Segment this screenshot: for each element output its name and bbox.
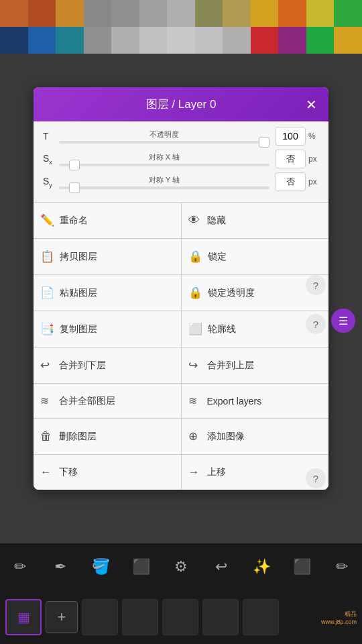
add-image-icon: ⊕ (188, 429, 202, 443)
opacity-slider-container: 不透明度 (59, 129, 269, 144)
move-up-button[interactable]: → 上移 (182, 455, 329, 490)
sym-y-value[interactable]: 否 (275, 172, 306, 191)
sym-x-value[interactable]: 否 (275, 150, 306, 168)
merge-down-icon: ↩ (40, 358, 54, 372)
duplicate-icon: 📑 (40, 322, 54, 336)
duplicate-layer-label: 复制图层 (60, 323, 97, 335)
rename-label: 重命名 (60, 215, 88, 227)
sym-y-row: Sy 对称 Y 轴 否 px (43, 172, 319, 191)
actions-grid: ✏️ 重命名 👁 隐藏 📋 拷贝图层 🔒 锁定 📄 粘贴图层 🔒 锁定 (34, 202, 328, 490)
move-down-button[interactable]: ← 下移 (34, 455, 181, 490)
lock-icon: 🔒 (188, 250, 202, 264)
layer-modal: 图层 / Layer 0 ✕ T 不透明度 100 % Sx (34, 87, 328, 490)
opacity-unit: % (308, 131, 319, 141)
copy-layer-label: 拷贝图层 (60, 251, 97, 263)
sym-y-track (59, 186, 269, 189)
sym-x-slider-container: 对称 X 轴 (59, 152, 269, 166)
opacity-track (59, 141, 269, 144)
opacity-value[interactable]: 100 (275, 127, 306, 146)
eye-icon: 👁 (188, 214, 202, 227)
outline-label: 轮廓线 (208, 323, 236, 335)
copy-layer-button[interactable]: 📋 拷贝图层 (34, 239, 181, 274)
merge-up-label: 合并到上层 (207, 360, 254, 372)
add-image-button[interactable]: ⊕ 添加图像 (182, 419, 329, 454)
sym-x-track (59, 164, 269, 166)
merge-all-button[interactable]: ≋ 合并全部图层 (34, 384, 181, 418)
opacity-slider[interactable] (59, 141, 269, 144)
lock-button[interactable]: 🔒 锁定 (182, 239, 329, 274)
trash-icon: 🗑 (40, 430, 54, 443)
rename-button[interactable]: ✏️ 重命名 (34, 203, 181, 238)
merge-up-button[interactable]: ↪ 合并到上层 (182, 347, 329, 383)
sym-x-slider[interactable] (59, 164, 269, 166)
merge-down-button[interactable]: ↩ 合并到下层 (34, 347, 181, 383)
export-icon: ≋ (188, 394, 202, 407)
add-image-help-button[interactable]: ? (306, 468, 326, 488)
copy-icon: 📋 (40, 250, 54, 264)
sliders-section: T 不透明度 100 % Sx 对称 X 轴 (34, 121, 328, 202)
merge-up-icon: ↪ (188, 358, 202, 372)
merge-all-icon: ≋ (40, 394, 54, 407)
paste-icon: 📄 (40, 286, 54, 300)
sym-y-label: Sy (43, 176, 59, 189)
lock-label: 锁定 (208, 251, 227, 263)
lock-help-button[interactable]: ? (306, 275, 326, 295)
close-button[interactable]: ✕ (302, 95, 320, 114)
hide-label: 隐藏 (207, 215, 226, 227)
merge-all-label: 合并全部图层 (59, 395, 115, 407)
lock-opacity-help-button[interactable]: ? (306, 314, 326, 334)
export-layers-label: Export layers (207, 396, 262, 407)
add-image-label: 添加图像 (207, 431, 245, 443)
lock-opacity-label: 锁定透明度 (208, 287, 255, 299)
hamburger-button[interactable]: ☰ (331, 309, 355, 333)
hide-button[interactable]: 👁 隐藏 (182, 203, 329, 238)
sym-y-unit: px (308, 177, 319, 186)
opacity-row: T 不透明度 100 % (43, 127, 319, 146)
sym-y-slider[interactable] (59, 186, 269, 189)
duplicate-layer-button[interactable]: 📑 复制图层 (34, 311, 181, 347)
menu-button-wrapper: ☰ (331, 309, 355, 333)
modal-header: 图层 / Layer 0 ✕ (34, 87, 328, 121)
sym-x-row: Sx 对称 X 轴 否 px (43, 150, 319, 168)
edit-icon: ✏️ (40, 213, 54, 227)
delete-layer-label: 删除图层 (59, 431, 97, 443)
delete-layer-button[interactable]: 🗑 删除图层 (34, 419, 181, 454)
outline-icon: ⬜ (188, 322, 202, 336)
paste-layer-button[interactable]: 📄 粘贴图层 (34, 275, 181, 311)
paste-layer-label: 粘贴图层 (60, 287, 97, 299)
modal-title: 图层 / Layer 0 (146, 97, 217, 112)
opacity-label: T (43, 131, 59, 142)
move-down-label: 下移 (59, 466, 78, 478)
merge-down-label: 合并到下层 (59, 360, 106, 372)
sym-x-unit: px (308, 154, 319, 164)
lock-opacity-icon: 🔒 (188, 286, 202, 300)
move-up-label: 上移 (207, 466, 226, 478)
sym-y-slider-container: 对称 Y 轴 (59, 175, 269, 189)
arrow-left-icon: ← (40, 466, 54, 479)
arrow-right-icon: → (188, 466, 202, 479)
sym-x-label: Sx (43, 153, 59, 166)
export-layers-button[interactable]: ≋ Export layers (182, 384, 329, 418)
